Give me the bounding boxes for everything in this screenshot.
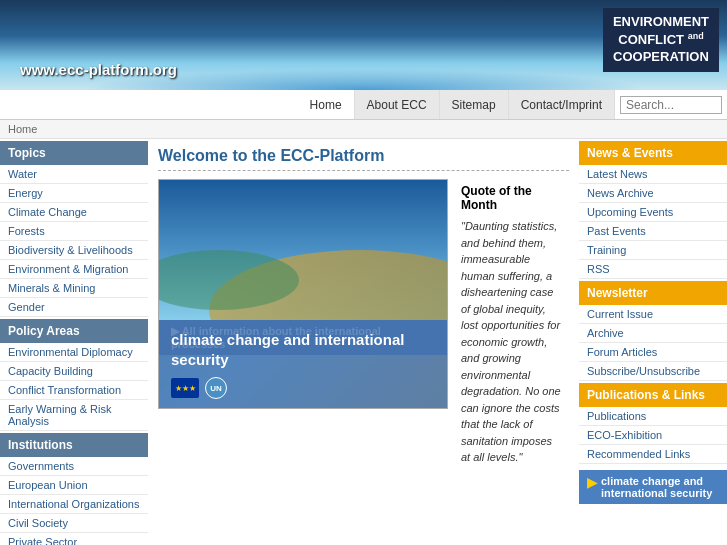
publications-title: Publications & Links xyxy=(579,383,727,407)
search-box[interactable] xyxy=(620,96,722,114)
right-featured-arrow: ▶ xyxy=(587,475,597,490)
institutions-title: Institutions xyxy=(0,433,148,457)
welcome-area: climate change and international securit… xyxy=(158,179,569,471)
sidebar-item-migration[interactable]: Environment & Migration xyxy=(0,260,148,279)
right-publications[interactable]: Publications xyxy=(579,407,727,426)
breadcrumb-text: Home xyxy=(8,123,37,135)
sidebar-item-energy[interactable]: Energy xyxy=(0,184,148,203)
sidebar-item-conflict[interactable]: Conflict Transformation xyxy=(0,381,148,400)
topics-title: Topics xyxy=(0,141,148,165)
sidebar-item-private[interactable]: Private Sector xyxy=(0,533,148,545)
sidebar-item-early-warning[interactable]: Early Warning & Risk Analysis xyxy=(0,400,148,431)
nav-home[interactable]: Home xyxy=(298,90,355,119)
site-logo: ENVIRONMENT CONFLICT and COOPERATION xyxy=(603,8,719,72)
right-archive[interactable]: Archive xyxy=(579,324,727,343)
right-featured-text: climate change and international securit… xyxy=(601,475,719,499)
right-recommended-links[interactable]: Recommended Links xyxy=(579,445,727,464)
right-rss[interactable]: RSS xyxy=(579,260,727,279)
sidebar-item-intl-org[interactable]: International Organizations xyxy=(0,495,148,514)
sidebar-item-minerals[interactable]: Minerals & Mining xyxy=(0,279,148,298)
navbar: Home About ECC Sitemap Contact/Imprint xyxy=(0,90,727,120)
un-logo: UN xyxy=(205,377,227,399)
featured-overlay: climate change and international securit… xyxy=(159,320,447,408)
nav-sitemap[interactable]: Sitemap xyxy=(440,90,509,119)
newsletter-title: Newsletter xyxy=(579,281,727,305)
logo-line3: COOPERATION xyxy=(613,49,709,64)
news-title: News & Events xyxy=(579,141,727,165)
sidebar-item-climate[interactable]: Climate Change xyxy=(0,203,148,222)
sidebar-item-forests[interactable]: Forests xyxy=(0,222,148,241)
main-layout: Topics Water Energy Climate Change Fores… xyxy=(0,139,727,545)
sidebar-item-civil[interactable]: Civil Society xyxy=(0,514,148,533)
right-subscribe[interactable]: Subscribe/Unsubscribe xyxy=(579,362,727,381)
quote-title: Quote of the Month xyxy=(461,184,564,212)
search-input[interactable] xyxy=(626,98,716,112)
eu-flag: ★★★ xyxy=(171,378,199,398)
featured-graphic xyxy=(159,180,448,320)
right-featured-block: ▶ climate change and international secur… xyxy=(579,470,727,504)
sidebar-item-capacity[interactable]: Capacity Building xyxy=(0,362,148,381)
nav-items: Home About ECC Sitemap Contact/Imprint xyxy=(298,90,615,119)
featured-title: climate change and international securit… xyxy=(171,330,435,369)
right-eco-exhibition[interactable]: ECO-Exhibition xyxy=(579,426,727,445)
sidebar-item-diplomacy[interactable]: Environmental Diplomacy xyxy=(0,343,148,362)
page-title: Welcome to the ECC-Platform xyxy=(158,147,569,171)
nav-about[interactable]: About ECC xyxy=(355,90,440,119)
right-featured-link[interactable]: ▶ climate change and international secur… xyxy=(579,470,727,504)
logo-line1: ENVIRONMENT xyxy=(613,14,709,29)
right-upcoming-events[interactable]: Upcoming Events xyxy=(579,203,727,222)
logo-and: and xyxy=(688,31,704,41)
right-latest-news[interactable]: Latest News xyxy=(579,165,727,184)
sidebar-item-eu[interactable]: European Union xyxy=(0,476,148,495)
sidebar-item-water[interactable]: Water xyxy=(0,165,148,184)
policy-title: Policy Areas xyxy=(0,319,148,343)
breadcrumb: Home xyxy=(0,120,727,139)
quote-box: Quote of the Month "Daunting statistics,… xyxy=(456,179,569,471)
sidebar-item-gender[interactable]: Gender xyxy=(0,298,148,317)
quote-text: "Daunting statistics, and behind them, i… xyxy=(461,218,564,466)
sidebar-item-governments[interactable]: Governments xyxy=(0,457,148,476)
right-training[interactable]: Training xyxy=(579,241,727,260)
sidebar-item-biodiversity[interactable]: Biodiversity & Livelihoods xyxy=(0,241,148,260)
right-sidebar: News & Events Latest News News Archive U… xyxy=(579,139,727,545)
featured-image: climate change and international securit… xyxy=(158,179,448,409)
header: www.ecc-platform.org ENVIRONMENT CONFLIC… xyxy=(0,0,727,90)
right-forum-articles[interactable]: Forum Articles xyxy=(579,343,727,362)
logo-line2: CONFLICT xyxy=(618,32,684,47)
right-current-issue[interactable]: Current Issue xyxy=(579,305,727,324)
featured-image-inner xyxy=(159,180,447,320)
site-url: www.ecc-platform.org xyxy=(20,61,177,78)
main-content: Welcome to the ECC-Platform xyxy=(148,139,579,545)
right-news-archive[interactable]: News Archive xyxy=(579,184,727,203)
left-sidebar: Topics Water Energy Climate Change Fores… xyxy=(0,139,148,545)
right-past-events[interactable]: Past Events xyxy=(579,222,727,241)
nav-contact[interactable]: Contact/Imprint xyxy=(509,90,615,119)
